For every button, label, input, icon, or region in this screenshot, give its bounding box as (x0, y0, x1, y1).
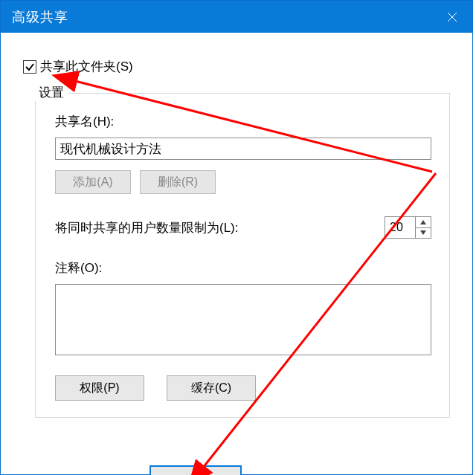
svg-marker-3 (420, 230, 426, 235)
triangle-down-icon (420, 230, 426, 235)
dialog-window: 高级共享 共享此文件夹(S) 设置 共享名(H): 添加(A) 删除(R) 将同… (0, 0, 473, 475)
checkbox-box (23, 60, 36, 74)
triangle-up-icon (420, 220, 426, 224)
settings-groupbox: 设置 共享名(H): 添加(A) 删除(R) 将同时共享的用户数量限制为(L): (35, 93, 450, 418)
comment-label: 注释(O): (55, 259, 431, 277)
add-button[interactable]: 添加(A) (55, 170, 131, 194)
permissions-button[interactable]: 权限(P) (55, 375, 144, 401)
checkmark-icon (25, 62, 35, 72)
dialog-body: 共享此文件夹(S) 设置 共享名(H): 添加(A) 删除(R) 将同时共享的用… (1, 33, 472, 418)
user-limit-label: 将同时共享的用户数量限制为(L): (55, 219, 239, 236)
close-button[interactable] (432, 1, 472, 33)
share-folder-checkbox[interactable]: 共享此文件夹(S) (23, 58, 450, 75)
spinner-down[interactable] (416, 227, 431, 239)
window-title: 高级共享 (12, 8, 68, 26)
share-name-input[interactable] (55, 138, 431, 160)
user-limit-spinner[interactable] (385, 216, 431, 239)
user-limit-value[interactable] (385, 217, 415, 238)
add-remove-row: 添加(A) 删除(R) (55, 170, 431, 194)
spinner-arrows (415, 217, 431, 238)
ok-button[interactable] (149, 465, 242, 475)
ok-button-area (149, 467, 239, 474)
user-limit-row: 将同时共享的用户数量限制为(L): (55, 216, 431, 239)
svg-marker-2 (420, 220, 426, 224)
spinner-up[interactable] (416, 217, 431, 227)
share-name-label: 共享名(H): (55, 113, 431, 130)
remove-button[interactable]: 删除(R) (140, 170, 216, 194)
close-icon (447, 12, 457, 22)
share-folder-label: 共享此文件夹(S) (40, 58, 133, 75)
comment-textarea[interactable] (55, 284, 431, 355)
cache-button[interactable]: 缓存(C) (167, 375, 256, 401)
perm-cache-row: 权限(P) 缓存(C) (55, 375, 431, 401)
settings-legend: 设置 (34, 84, 68, 101)
titlebar: 高级共享 (1, 1, 472, 33)
